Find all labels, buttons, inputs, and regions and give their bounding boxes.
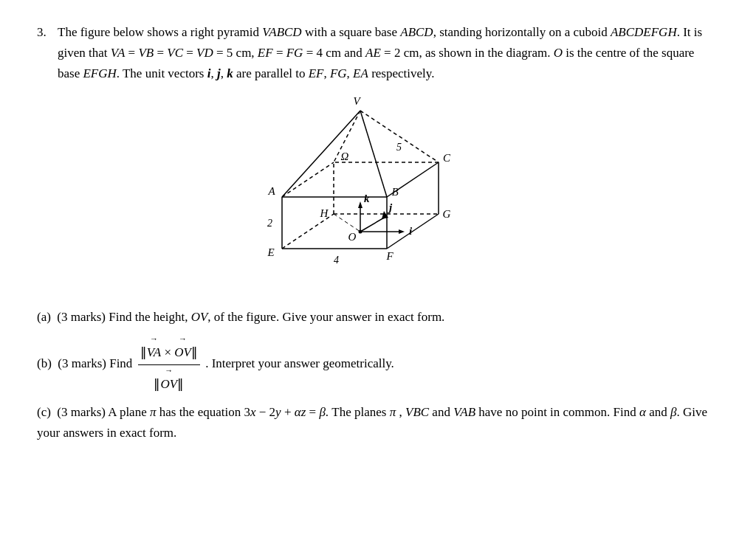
edge-AD [282, 162, 334, 197]
label-O: O [348, 231, 357, 243]
arrow-i [399, 229, 405, 234]
edge-EH [282, 214, 334, 249]
part-a-content: (a) (3 marks) Find the height, OV, of th… [37, 307, 719, 328]
label-B: B [391, 186, 398, 198]
label-H: H [320, 207, 329, 219]
part-c: (c) (3 marks) A plane π has the equation… [37, 402, 719, 443]
part-b: (b) (3 marks) Find ‖→VA × →OV‖ ‖→OV‖ . I… [37, 335, 719, 395]
label-F: F [385, 250, 394, 262]
edge-VC [360, 111, 439, 162]
part-c-content: (c) (3 marks) A plane π has the equation… [37, 402, 719, 443]
label-4: 4 [334, 255, 339, 266]
label-C: C [443, 152, 451, 164]
fraction-numerator: ‖→VA × →OV‖ [138, 335, 200, 365]
problem-text: The figure below shows a right pyramid V… [58, 22, 719, 84]
problem-number: 3. [37, 22, 58, 84]
part-b-content: (b) (3 marks) Find ‖→VA × →OV‖ ‖→OV‖ . I… [37, 335, 719, 395]
fraction-b: ‖→VA × →OV‖ ‖→OV‖ [138, 335, 200, 395]
arrow-k [358, 201, 362, 208]
diagram-svg: V A B C Ω E F G H O i j k 5 2 4 [238, 97, 518, 289]
label-V: V [353, 97, 361, 107]
line-HO [334, 214, 360, 232]
label-A: A [267, 185, 275, 197]
label-i: i [409, 225, 413, 237]
label-j: j [388, 201, 393, 213]
axis-j [360, 217, 385, 232]
diagram-container: V A B C Ω E F G H O i j k 5 2 4 [37, 97, 719, 289]
fraction-denominator: ‖→OV‖ [151, 365, 186, 395]
edge-VB [360, 111, 387, 197]
part-a: (a) (3 marks) Find the height, OV, of th… [37, 307, 719, 328]
problem-container: 3. The figure below shows a right pyrami… [37, 22, 719, 443]
label-2: 2 [267, 218, 272, 229]
parts-container: (a) (3 marks) Find the height, OV, of th… [37, 307, 719, 443]
label-5: 5 [396, 142, 402, 153]
label-E: E [267, 246, 274, 258]
label-k: k [364, 193, 370, 204]
problem-header: 3. The figure below shows a right pyrami… [37, 22, 719, 84]
label-G: G [443, 208, 451, 220]
label-D: Ω [341, 151, 349, 162]
